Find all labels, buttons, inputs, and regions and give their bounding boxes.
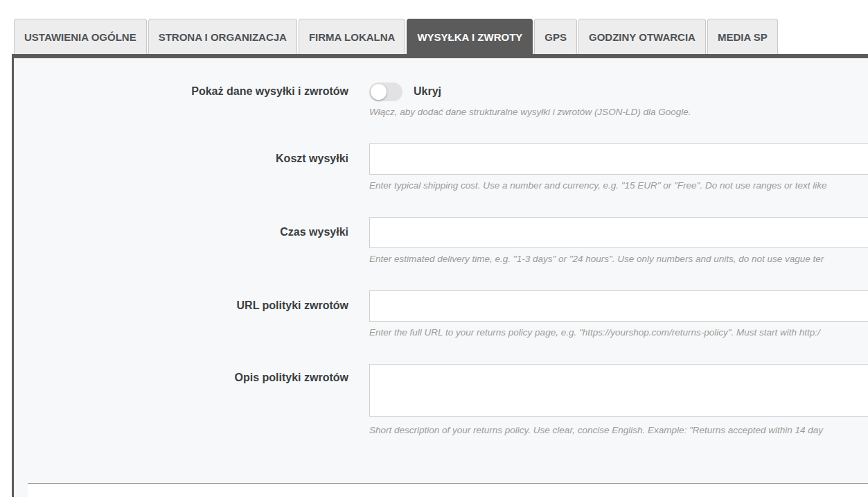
shipping-time-label: Czas wysyłki xyxy=(14,217,348,264)
panel-spacer xyxy=(14,462,868,483)
shipping-time-input[interactable] xyxy=(369,217,868,248)
shipping-cost-input[interactable] xyxy=(369,143,868,175)
tab-firma-lokalna[interactable]: FIRMA LOKALNA xyxy=(299,19,405,54)
toggle-state-label: Ukryj xyxy=(414,85,441,98)
tab-strona-i-organizacja[interactable]: STRONA I ORGANIZACJA xyxy=(148,19,297,54)
next-section-card xyxy=(28,483,868,497)
shipping-time-row: Czas wysyłki Enter estimated delivery ti… xyxy=(14,217,868,264)
shipping-cost-row: Koszt wysyłki Enter typical shipping cos… xyxy=(14,143,868,191)
returns-description-textarea[interactable] xyxy=(369,364,868,417)
tab-godziny-otwarcia[interactable]: GODZINY OTWARCIA xyxy=(578,19,706,54)
shipping-cost-label: Koszt wysyłki xyxy=(14,143,348,191)
show-shipping-row: Pokaż dane wysyłki i zwrotów Ukryj Włącz… xyxy=(14,82,868,117)
shipping-returns-form: Pokaż dane wysyłki i zwrotów Ukryj Włącz… xyxy=(14,58,868,462)
tab-media-spolecznosciowe[interactable]: MEDIA SP xyxy=(707,19,778,54)
returns-url-helper: Enter the full URL to your returns polic… xyxy=(369,327,868,338)
shipping-cost-helper: Enter typical shipping cost. Use a numbe… xyxy=(369,180,868,191)
tab-wysylka-i-zwroty[interactable]: WYSYŁKA I ZWROTY xyxy=(407,19,533,58)
show-shipping-toggle[interactable] xyxy=(369,82,402,101)
tab-content-panel: Pokaż dane wysyłki i zwrotów Ukryj Włącz… xyxy=(12,54,868,497)
returns-description-helper: Short description of your returns policy… xyxy=(369,425,868,435)
tab-gps[interactable]: GPS xyxy=(534,19,577,54)
returns-url-label: URL polityki zwrotów xyxy=(14,290,348,338)
toggle-knob xyxy=(371,84,387,100)
settings-tab-bar: USTAWIENIA OGÓLNE STRONA I ORGANIZACJA F… xyxy=(0,0,868,54)
returns-url-row: URL polityki zwrotów Enter the full URL … xyxy=(14,290,868,338)
shipping-time-helper: Enter estimated delivery time, e.g. "1-3… xyxy=(369,254,868,264)
returns-url-input[interactable] xyxy=(369,290,868,322)
show-shipping-label: Pokaż dane wysyłki i zwrotów xyxy=(14,82,348,117)
returns-description-label: Opis polityki zwrotów xyxy=(14,364,348,435)
show-shipping-helper: Włącz, aby dodać dane strukturalne wysył… xyxy=(369,107,868,117)
returns-description-row: Opis polityki zwrotów Short description … xyxy=(14,364,868,435)
tab-ustawienia-ogolne[interactable]: USTAWIENIA OGÓLNE xyxy=(14,19,147,54)
